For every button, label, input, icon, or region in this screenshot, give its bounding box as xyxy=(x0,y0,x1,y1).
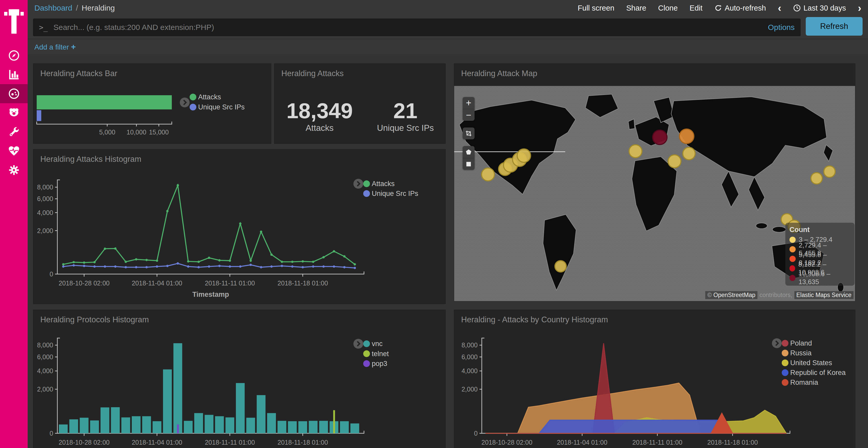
bar-vnc[interactable] xyxy=(163,369,172,433)
bar-Attacks[interactable] xyxy=(37,95,172,109)
sidebar-item-dashboard[interactable] xyxy=(0,84,28,103)
legend-expand-icon[interactable] xyxy=(180,98,190,107)
legend-dot[interactable] xyxy=(782,340,788,347)
refresh-button[interactable]: Refresh xyxy=(806,17,863,36)
legend-dot[interactable] xyxy=(363,190,370,197)
legend-dot[interactable] xyxy=(190,104,196,110)
bar-vnc[interactable] xyxy=(299,421,307,433)
osm-attribution[interactable]: © OpenStreetMap xyxy=(705,291,757,299)
bar-vnc[interactable] xyxy=(215,416,224,433)
add-filter-link[interactable]: Add a filter + xyxy=(34,42,76,51)
map-dot[interactable] xyxy=(653,130,667,144)
bar-vnc[interactable] xyxy=(319,421,328,433)
bar-vnc[interactable] xyxy=(80,418,89,433)
map-dot[interactable] xyxy=(517,149,531,162)
map-dot[interactable] xyxy=(679,129,694,143)
legend-label[interactable]: United States xyxy=(790,359,832,367)
fit-bounds-button[interactable] xyxy=(463,128,474,139)
search-input[interactable] xyxy=(54,23,763,32)
legend-dot[interactable] xyxy=(363,180,370,187)
map-dot[interactable] xyxy=(824,166,835,177)
bar-vnc[interactable] xyxy=(121,417,130,433)
legend-dot[interactable] xyxy=(782,379,788,386)
sidebar-item-management[interactable] xyxy=(0,161,28,180)
bar-vnc[interactable] xyxy=(350,423,359,433)
map-dot[interactable] xyxy=(811,173,822,184)
legend-expand-icon[interactable] xyxy=(353,179,363,188)
bar-vnc[interactable] xyxy=(194,413,203,433)
bar-vnc[interactable] xyxy=(309,421,317,433)
legend-label[interactable]: Republic of Korea xyxy=(790,369,846,377)
legend-expand-icon[interactable] xyxy=(353,339,363,349)
clone-button[interactable]: Clone xyxy=(658,4,678,12)
zoom-out-button[interactable]: − xyxy=(463,109,474,121)
bar-vnc[interactable] xyxy=(340,421,349,433)
legend-label[interactable]: Attacks xyxy=(372,180,395,187)
legend-label[interactable]: Unique Src IPs xyxy=(372,190,418,198)
sidebar-item-beats[interactable] xyxy=(0,103,28,122)
series-Attacks[interactable] xyxy=(63,185,355,264)
sidebar-item-devtools[interactable] xyxy=(0,122,28,141)
legend-label[interactable]: Russia xyxy=(790,349,812,357)
map-dot[interactable] xyxy=(683,147,695,160)
legend-dot[interactable] xyxy=(363,350,370,357)
bar-pop3[interactable] xyxy=(177,424,179,433)
world-map[interactable]: + − xyxy=(454,86,855,302)
sidebar-item-monitoring[interactable] xyxy=(0,141,28,161)
bar-vnc[interactable] xyxy=(153,421,161,433)
bar-vnc[interactable] xyxy=(69,419,78,433)
bar-vnc[interactable] xyxy=(225,417,234,433)
edit-button[interactable]: Edit xyxy=(689,4,703,12)
bar-vnc[interactable] xyxy=(142,416,151,433)
bar-vnc[interactable] xyxy=(205,415,213,433)
bar-vnc[interactable] xyxy=(288,421,297,433)
bar-telnet[interactable] xyxy=(333,410,335,433)
time-range-picker[interactable]: Last 30 days xyxy=(793,4,846,12)
draw-rectangle-button[interactable] xyxy=(463,158,474,170)
legend-label[interactable]: vnc xyxy=(372,340,382,348)
search-box[interactable]: >_ Options xyxy=(33,19,801,36)
bar-vnc[interactable] xyxy=(90,420,99,433)
legend-label[interactable]: Attacks xyxy=(198,93,221,101)
map-dot[interactable] xyxy=(629,145,642,158)
legend-expand-icon[interactable] xyxy=(772,338,782,348)
bar-vnc[interactable] xyxy=(257,395,266,433)
telekom-logo[interactable] xyxy=(0,0,28,39)
legend-dot[interactable] xyxy=(782,369,788,376)
breadcrumb-dashboard-link[interactable]: Dashboard xyxy=(34,4,72,12)
options-link[interactable]: Options xyxy=(768,23,795,32)
legend-dot[interactable] xyxy=(363,360,370,367)
zoom-in-button[interactable]: + xyxy=(463,97,474,109)
legend-dot[interactable] xyxy=(782,350,788,356)
legend-dot[interactable] xyxy=(782,359,788,366)
bar-vnc[interactable] xyxy=(236,383,245,433)
legend-dot[interactable] xyxy=(363,340,370,347)
map-dot[interactable] xyxy=(482,168,494,181)
bar-vnc[interactable] xyxy=(111,407,120,433)
legend-label[interactable]: Poland xyxy=(790,339,812,347)
legend-label[interactable]: telnet xyxy=(372,350,389,358)
legend-label[interactable]: pop3 xyxy=(372,360,387,368)
bar-vnc[interactable] xyxy=(184,421,193,433)
bar-vnc[interactable] xyxy=(100,408,109,433)
map-dot[interactable] xyxy=(555,261,566,272)
auto-refresh-button[interactable]: Auto-refresh xyxy=(714,4,766,12)
bar-vnc[interactable] xyxy=(132,416,141,433)
time-forward-arrow[interactable]: › xyxy=(858,3,861,13)
bar-Unique Src IPs[interactable] xyxy=(37,110,41,121)
sidebar-item-visualize[interactable] xyxy=(0,65,28,84)
ems-attribution[interactable]: Elastic Maps Service xyxy=(795,291,854,299)
bar-vnc[interactable] xyxy=(277,421,286,433)
time-back-arrow[interactable]: ‹ xyxy=(778,3,781,13)
full-screen-button[interactable]: Full screen xyxy=(578,4,614,12)
sidebar-item-discover[interactable] xyxy=(0,46,28,65)
legend-label[interactable]: Romania xyxy=(790,379,818,386)
draw-polygon-button[interactable] xyxy=(463,146,474,158)
map-dot[interactable] xyxy=(668,155,681,168)
legend-dot[interactable] xyxy=(190,94,196,100)
legend-label[interactable]: Unique Src IPs xyxy=(198,103,245,111)
bar-vnc[interactable] xyxy=(267,413,276,433)
share-button[interactable]: Share xyxy=(626,4,646,12)
bar-vnc[interactable] xyxy=(59,424,68,433)
bar-vnc[interactable] xyxy=(246,418,255,433)
